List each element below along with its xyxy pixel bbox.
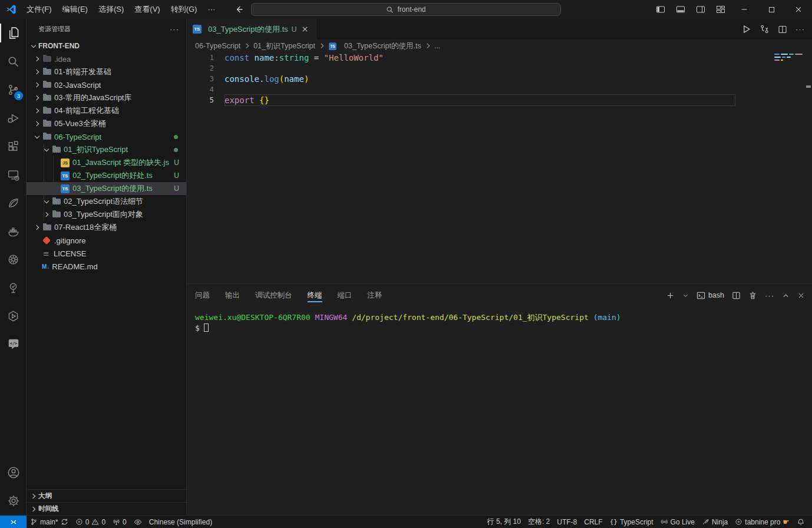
terminal-shell-item[interactable]: bash: [697, 291, 724, 300]
toggle-panel-icon[interactable]: [671, 0, 691, 19]
tree-item-react18[interactable]: 07-React18全家桶: [27, 221, 186, 234]
tree-item-ts-syntax[interactable]: 02_TypeScript语法细节: [27, 195, 186, 208]
branch-label: main*: [40, 518, 58, 526]
workspace-root-row[interactable]: FRONT-END: [27, 39, 186, 52]
breadcrumb-item[interactable]: ...: [434, 42, 440, 50]
timeline-section[interactable]: 时间线: [27, 502, 186, 515]
new-terminal-icon[interactable]: [666, 291, 675, 300]
tree-item-js-libs[interactable]: 03-常用的JavaScript库: [27, 91, 186, 104]
search-sidebar-icon[interactable]: [0, 47, 27, 75]
tree-item-idea[interactable]: .idea: [27, 52, 186, 65]
panel-tab-problems[interactable]: 问题: [195, 285, 210, 306]
toggle-secondary-sidebar-icon[interactable]: [691, 0, 711, 19]
todo-tree-icon[interactable]: [0, 273, 27, 302]
broadcast-icon: [661, 518, 668, 526]
command-center-search[interactable]: front-end: [251, 3, 561, 16]
breadcrumb-item[interactable]: 01_初识TypeScript: [253, 41, 315, 51]
settings-gear-icon[interactable]: [0, 487, 27, 515]
split-editor-icon[interactable]: [778, 25, 787, 34]
tree-item-license[interactable]: ≡LICENSE: [27, 247, 186, 260]
customize-layout-icon[interactable]: [711, 0, 731, 19]
tab-close-icon[interactable]: [301, 25, 310, 34]
tree-item-ts-usage[interactable]: TS03_TypeScript的使用.tsU: [27, 182, 186, 195]
problems-item[interactable]: 0 0: [72, 516, 109, 528]
menu-edit[interactable]: 编辑(E): [57, 2, 93, 16]
editor-tab-active[interactable]: TS 03_TypeScript的使用.ts U: [187, 19, 316, 39]
minimize-button[interactable]: [731, 0, 758, 19]
language-mode-item[interactable]: {} TypeScript: [606, 516, 657, 528]
svg-text:</>: </>: [9, 341, 16, 346]
remote-indicator[interactable]: [0, 516, 27, 528]
git-branch-item[interactable]: main*: [27, 516, 72, 528]
menu-more[interactable]: ···: [202, 2, 220, 16]
docker-icon[interactable]: [0, 217, 27, 245]
tree-item-js-missing-types[interactable]: JS01_JavaScript 类型的缺失.jsU: [27, 156, 186, 169]
panel-tab-comments[interactable]: 注释: [368, 285, 382, 306]
extensions-icon[interactable]: [0, 132, 27, 160]
editor-more-actions[interactable]: ···: [796, 25, 805, 34]
terminal-output[interactable]: weiwei.xu@DESKTOP-6QR7R00 MINGW64 /d/pro…: [187, 306, 812, 515]
breadcrumb-item[interactable]: 03_TypeScript的使用.ts: [344, 41, 421, 51]
toggle-sidebar-icon[interactable]: [651, 0, 671, 19]
menu-file[interactable]: 文件(F): [21, 2, 57, 16]
panel-tab-terminal[interactable]: 终端: [308, 285, 322, 306]
ninja-item[interactable]: Ninja: [698, 516, 731, 528]
maximize-button[interactable]: [758, 0, 785, 19]
menu-view[interactable]: 查看(V): [129, 2, 165, 16]
tree-item-ts-intro[interactable]: 01_初识TypeScript: [27, 143, 186, 156]
tree-item-typescript[interactable]: 06-TypeScript: [27, 130, 186, 143]
close-panel-icon[interactable]: [797, 292, 805, 299]
tabnine-item[interactable]: tabnine pro ☛: [731, 516, 793, 528]
tree-item-frontend-basics[interactable]: 01-前端开发基础: [27, 65, 186, 78]
close-button[interactable]: [785, 0, 812, 19]
go-live-item[interactable]: Go Live: [657, 516, 698, 528]
indentation-item[interactable]: 空格: 2: [524, 516, 553, 528]
sidebar-more-actions[interactable]: ···: [170, 25, 179, 34]
split-terminal-icon[interactable]: [732, 291, 741, 300]
run-tasks-icon[interactable]: [760, 24, 770, 34]
account-icon[interactable]: [0, 458, 27, 487]
terminal-dropdown-icon[interactable]: [682, 292, 689, 299]
panel-tab-output[interactable]: 输出: [225, 285, 240, 306]
notifications-item[interactable]: [793, 516, 808, 528]
kill-terminal-trash-icon[interactable]: [748, 291, 757, 300]
breadcrumb-item[interactable]: 06-TypeScript: [195, 42, 240, 50]
run-debug-icon[interactable]: [0, 104, 27, 132]
code-editor[interactable]: 1 const name:string = "HelloWorld" 2 3 c…: [187, 52, 812, 283]
editor-scrollbar[interactable]: [805, 52, 812, 283]
locale-item[interactable]: Chinese (Simplified): [146, 516, 216, 528]
line-number: 5: [187, 95, 214, 105]
code-chat-icon[interactable]: </>: [0, 330, 27, 358]
panel-tab-debug-console[interactable]: 调试控制台: [255, 285, 292, 306]
minimap[interactable]: [774, 54, 804, 62]
tree-item-engineering[interactable]: 04-前端工程化基础: [27, 104, 186, 117]
eol-item[interactable]: CRLF: [580, 516, 606, 528]
back-arrow-icon[interactable]: [235, 5, 244, 14]
tree-item-vue3[interactable]: 05-Vue3全家桶: [27, 117, 186, 130]
code-line-current: 5 export {}: [187, 95, 812, 105]
panel-tab-ports[interactable]: 端口: [338, 285, 352, 306]
cursor-position-item[interactable]: 行 5, 列 10: [484, 516, 524, 528]
preview-eye-item[interactable]: [130, 516, 146, 528]
menu-go[interactable]: 转到(G): [166, 2, 203, 16]
ts-file-icon: TS: [61, 171, 70, 180]
kubernetes-icon[interactable]: [0, 245, 27, 273]
tree-item-readme[interactable]: M↓README.md: [27, 260, 186, 273]
tree-item-ts-oop[interactable]: 03_TypeScript面向对象: [27, 208, 186, 221]
remote-explorer-icon[interactable]: [0, 160, 27, 189]
tree-item-ts-benefits[interactable]: TS02_TypeScript的好处.tsU: [27, 169, 186, 182]
explorer-icon[interactable]: [0, 19, 27, 47]
leaf-extension-icon[interactable]: [0, 189, 27, 217]
run-file-icon[interactable]: [741, 24, 751, 34]
maximize-panel-icon[interactable]: [782, 292, 790, 299]
tree-item-gitignore[interactable]: .gitignore: [27, 234, 186, 247]
panel-more-actions[interactable]: ···: [765, 291, 774, 300]
outline-section[interactable]: 大纲: [27, 489, 186, 502]
tree-item-javascript[interactable]: 02-JavaScript: [27, 78, 186, 91]
menu-selection[interactable]: 选择(S): [93, 2, 129, 16]
hexagon-package-icon[interactable]: [0, 302, 27, 330]
ports-item[interactable]: 0: [109, 516, 130, 528]
source-control-icon[interactable]: 3: [0, 75, 27, 104]
ninja-label: Ninja: [712, 518, 728, 526]
encoding-item[interactable]: UTF-8: [553, 516, 580, 528]
